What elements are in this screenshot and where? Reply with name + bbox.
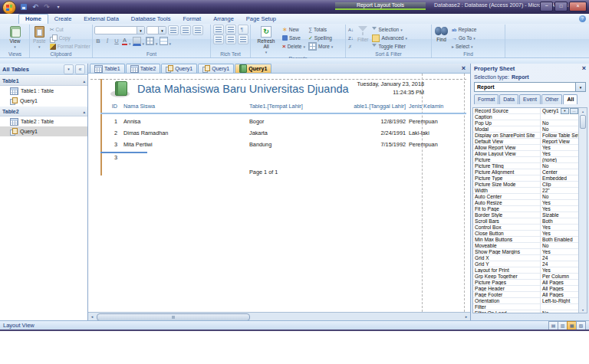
save-record-button[interactable]: Save	[281, 34, 306, 42]
property-value[interactable]: Left-to-Right	[542, 298, 570, 303]
nav-group-table2[interactable]: Table2	[0, 106, 87, 116]
customize-qat-button[interactable]	[54, 2, 63, 11]
column-header-jenis-kelamin[interactable]: Jenis Kelamin	[409, 103, 443, 110]
sort-ascending-button[interactable]	[347, 25, 354, 34]
tab-page-setup[interactable]: Page Setup	[240, 14, 282, 24]
advanced-filter-button[interactable]: Advanced	[371, 34, 407, 42]
cell-tempat[interactable]: Bogor	[249, 116, 264, 127]
cell-jenis[interactable]: Perempuan	[409, 139, 438, 150]
close-document-icon[interactable]	[462, 64, 466, 74]
office-button[interactable]	[2, 1, 16, 15]
scroll-up-icon[interactable]	[579, 108, 587, 114]
decrease-indent-button[interactable]	[213, 25, 224, 34]
italic-button[interactable]: I	[104, 37, 111, 45]
cell-nama[interactable]: Mita Pertiwi	[123, 139, 153, 150]
cut-button[interactable]: Cut	[49, 25, 91, 34]
clear-sorts-button[interactable]	[347, 42, 354, 51]
report-count-total[interactable]: 3	[104, 153, 117, 162]
cell-id[interactable]: 3	[104, 139, 117, 150]
doc-tab-table1[interactable]: Table1	[90, 64, 125, 73]
property-value[interactable]: Clip	[542, 182, 551, 187]
nav-pane-header[interactable]: All Tables	[0, 64, 87, 75]
property-value[interactable]: Follow Table Set	[542, 133, 579, 138]
cell-tanggal[interactable]: 2/24/1991	[341, 127, 406, 139]
page-number-label[interactable]: Page 1 of 1	[249, 169, 278, 175]
property-dropdown-icon[interactable]	[561, 108, 569, 114]
property-value[interactable]: Query1	[542, 108, 559, 113]
tab-arrange[interactable]: Arrange	[207, 14, 240, 24]
property-value[interactable]: No	[542, 310, 548, 313]
new-record-button[interactable]: New	[281, 25, 306, 34]
ptab-data[interactable]: Data	[499, 94, 518, 104]
property-value[interactable]: All Pages	[542, 280, 564, 285]
report-datetime[interactable]: Tuesday, January 23, 2018 11:24:35 PM	[318, 80, 424, 97]
column-header-nama[interactable]: Nama Siswa	[123, 103, 155, 110]
numbering-button[interactable]	[225, 34, 236, 44]
align-left-button[interactable]	[168, 25, 179, 35]
property-value[interactable]: Yes	[542, 200, 551, 205]
selection-button[interactable]: Selection	[371, 25, 407, 34]
property-value[interactable]: Per Column	[542, 274, 569, 279]
property-value[interactable]: No	[542, 243, 548, 248]
cell-id[interactable]: 2	[104, 127, 117, 139]
minimize-button[interactable]	[540, 2, 553, 11]
find-button[interactable]: Find	[433, 25, 449, 42]
tab-database-tools[interactable]: Database Tools	[125, 14, 177, 24]
property-scrollbar[interactable]	[578, 108, 587, 313]
column-header-id[interactable]: ID	[104, 103, 117, 110]
font-color-button[interactable]: A	[122, 38, 127, 45]
combo-dropdown-icon[interactable]	[575, 83, 585, 91]
property-value[interactable]: Yes	[542, 267, 551, 273]
cell-jenis[interactable]: Laki-laki	[409, 127, 429, 139]
cell-tanggal[interactable]: 7/15/1992	[341, 139, 406, 150]
toggle-filter-button[interactable]: Toggle Filter	[371, 42, 407, 51]
cell-tanggal[interactable]: 12/8/1992	[341, 116, 406, 127]
scrollbar-thumb[interactable]	[580, 115, 586, 129]
close-property-sheet-icon[interactable]	[582, 64, 586, 72]
scroll-down-icon[interactable]	[579, 307, 587, 313]
property-value[interactable]: Center	[542, 169, 558, 175]
property-value[interactable]: 22"	[542, 188, 550, 193]
alternate-fill-button[interactable]	[160, 37, 168, 45]
increase-indent-button[interactable]	[225, 25, 236, 34]
property-value[interactable]: Yes	[542, 249, 551, 254]
cell-nama[interactable]: Annisa	[123, 116, 140, 127]
more-button[interactable]: More	[308, 42, 334, 51]
cell-id[interactable]: 1	[104, 116, 117, 127]
property-value[interactable]: Sizable	[542, 212, 559, 218]
property-value[interactable]: 24	[542, 255, 548, 261]
bold-button[interactable]: B	[94, 37, 102, 45]
selection-object-combo[interactable]: Report	[474, 82, 586, 92]
property-value[interactable]: No	[542, 120, 548, 126]
select-button[interactable]: Select	[451, 42, 477, 51]
tab-home[interactable]: Home	[18, 14, 48, 24]
cell-tempat[interactable]: Jakarta	[249, 127, 268, 139]
close-button[interactable]	[569, 2, 587, 11]
nav-item-table2-query1[interactable]: Query1	[0, 126, 87, 136]
spelling-button[interactable]: Spelling	[308, 34, 334, 42]
restore-button[interactable]	[554, 2, 568, 11]
horizontal-scrollbar[interactable]	[88, 312, 470, 320]
direction-button[interactable]	[238, 25, 248, 34]
save-button[interactable]	[19, 2, 28, 11]
doc-tab-query1-report[interactable]: Query1	[235, 64, 271, 73]
design-view-button[interactable]	[576, 321, 586, 330]
cell-jenis[interactable]: Perempuan	[409, 116, 438, 127]
view-button[interactable]: View	[8, 25, 22, 50]
undo-button[interactable]	[31, 2, 40, 11]
nav-group-table1[interactable]: Table1	[0, 75, 87, 86]
format-painter-button[interactable]: Format Painter	[49, 42, 91, 51]
property-value[interactable]: Both	[542, 218, 553, 224]
tab-external-data[interactable]: External Data	[77, 14, 124, 24]
nav-menu-dropdown-icon[interactable]	[64, 64, 74, 74]
align-center-button[interactable]	[180, 25, 191, 35]
ptab-format[interactable]: Format	[474, 94, 499, 104]
property-value[interactable]: Yes	[542, 231, 551, 236]
tab-create[interactable]: Create	[48, 14, 78, 24]
property-value[interactable]: Yes	[542, 206, 551, 212]
scroll-left-icon[interactable]	[88, 313, 96, 320]
fill-color-button[interactable]	[133, 37, 141, 46]
doc-tab-query1-a[interactable]: Query1	[161, 64, 197, 73]
help-icon[interactable]	[579, 15, 586, 22]
ptab-event[interactable]: Event	[519, 94, 541, 104]
